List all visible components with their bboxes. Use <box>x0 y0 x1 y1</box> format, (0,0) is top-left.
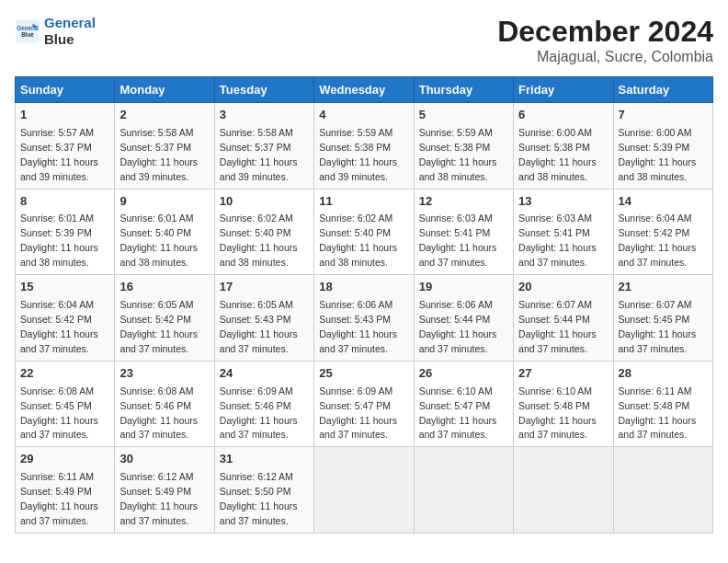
calendar-header-row: SundayMondayTuesdayWednesdayThursdayFrid… <box>16 77 713 103</box>
week-row-3: 15Sunrise: 6:04 AMSunset: 5:42 PMDayligh… <box>16 275 713 362</box>
calendar-cell: 6Sunrise: 6:00 AMSunset: 5:38 PMDaylight… <box>514 103 613 190</box>
calendar-cell: 22Sunrise: 6:08 AMSunset: 5:45 PMDayligh… <box>16 361 115 447</box>
logo: General Blue General Blue <box>15 15 96 48</box>
day-detail: Sunrise: 6:03 AMSunset: 5:41 PMDaylight:… <box>518 213 597 268</box>
logo-icon: General Blue <box>15 18 40 44</box>
svg-text:Blue: Blue <box>21 31 34 38</box>
calendar-cell: 24Sunrise: 6:09 AMSunset: 5:46 PMDayligh… <box>214 361 313 447</box>
header-friday: Friday <box>514 77 613 103</box>
calendar-subtitle: Majagual, Sucre, Colombia <box>497 49 713 65</box>
day-number: 13 <box>518 193 608 211</box>
day-number: 19 <box>419 279 508 296</box>
calendar-body: 1Sunrise: 5:57 AMSunset: 5:37 PMDaylight… <box>16 103 713 534</box>
calendar-cell: 29Sunrise: 6:11 AMSunset: 5:49 PMDayligh… <box>16 447 115 534</box>
day-number: 11 <box>319 193 408 211</box>
day-detail: Sunrise: 6:09 AMSunset: 5:46 PMDaylight:… <box>220 385 298 441</box>
calendar-cell: 26Sunrise: 6:10 AMSunset: 5:47 PMDayligh… <box>414 361 513 447</box>
day-detail: Sunrise: 6:12 AMSunset: 5:50 PMDaylight:… <box>220 471 298 526</box>
week-row-1: 1Sunrise: 5:57 AMSunset: 5:37 PMDaylight… <box>16 103 713 190</box>
day-number: 5 <box>419 107 508 124</box>
day-detail: Sunrise: 6:04 AMSunset: 5:42 PMDaylight:… <box>619 213 697 268</box>
day-detail: Sunrise: 6:05 AMSunset: 5:43 PMDaylight:… <box>220 299 298 354</box>
day-detail: Sunrise: 6:01 AMSunset: 5:39 PMDaylight:… <box>20 213 98 268</box>
calendar-cell: 9Sunrise: 6:01 AMSunset: 5:40 PMDaylight… <box>115 189 214 275</box>
day-detail: Sunrise: 6:12 AMSunset: 5:49 PMDaylight:… <box>119 471 198 526</box>
calendar-cell: 20Sunrise: 6:07 AMSunset: 5:44 PMDayligh… <box>514 275 613 362</box>
calendar-cell: 10Sunrise: 6:02 AMSunset: 5:40 PMDayligh… <box>214 189 313 275</box>
day-number: 2 <box>119 107 209 124</box>
day-detail: Sunrise: 6:08 AMSunset: 5:45 PMDaylight:… <box>20 385 98 441</box>
calendar-cell: 14Sunrise: 6:04 AMSunset: 5:42 PMDayligh… <box>613 189 712 275</box>
week-row-5: 29Sunrise: 6:11 AMSunset: 5:49 PMDayligh… <box>16 447 713 534</box>
day-detail: Sunrise: 5:58 AMSunset: 5:37 PMDaylight:… <box>119 127 198 182</box>
day-detail: Sunrise: 6:04 AMSunset: 5:42 PMDaylight:… <box>20 299 98 354</box>
day-number: 22 <box>20 365 109 383</box>
svg-text:General: General <box>17 25 39 31</box>
day-detail: Sunrise: 6:06 AMSunset: 5:44 PMDaylight:… <box>419 299 497 354</box>
logo-line2: Blue <box>44 31 96 48</box>
day-number: 28 <box>619 365 708 383</box>
day-detail: Sunrise: 6:10 AMSunset: 5:47 PMDaylight:… <box>419 385 497 441</box>
page-header: General Blue General Blue December 2024 … <box>15 15 713 65</box>
calendar-cell: 17Sunrise: 6:05 AMSunset: 5:43 PMDayligh… <box>214 275 313 362</box>
day-detail: Sunrise: 6:06 AMSunset: 5:43 PMDaylight:… <box>319 299 397 354</box>
calendar-cell: 8Sunrise: 6:01 AMSunset: 5:39 PMDaylight… <box>16 189 115 275</box>
day-detail: Sunrise: 6:01 AMSunset: 5:40 PMDaylight:… <box>119 213 198 268</box>
calendar-title: December 2024 <box>497 15 713 49</box>
calendar-cell <box>414 447 513 534</box>
calendar-cell: 28Sunrise: 6:11 AMSunset: 5:48 PMDayligh… <box>613 361 712 447</box>
day-detail: Sunrise: 6:07 AMSunset: 5:45 PMDaylight:… <box>619 299 697 354</box>
calendar-cell <box>514 447 613 534</box>
day-number: 21 <box>619 279 708 296</box>
day-number: 12 <box>419 193 508 211</box>
day-number: 17 <box>220 279 309 296</box>
day-detail: Sunrise: 6:11 AMSunset: 5:49 PMDaylight:… <box>20 471 98 526</box>
calendar-cell: 13Sunrise: 6:03 AMSunset: 5:41 PMDayligh… <box>514 189 613 275</box>
header-thursday: Thursday <box>414 77 513 103</box>
day-detail: Sunrise: 6:11 AMSunset: 5:48 PMDaylight:… <box>619 385 697 441</box>
calendar-cell: 23Sunrise: 6:08 AMSunset: 5:46 PMDayligh… <box>115 361 214 447</box>
day-detail: Sunrise: 6:02 AMSunset: 5:40 PMDaylight:… <box>220 213 298 268</box>
calendar-cell: 27Sunrise: 6:10 AMSunset: 5:48 PMDayligh… <box>514 361 613 447</box>
calendar-cell: 18Sunrise: 6:06 AMSunset: 5:43 PMDayligh… <box>314 275 414 362</box>
week-row-2: 8Sunrise: 6:01 AMSunset: 5:39 PMDaylight… <box>16 189 713 275</box>
calendar-cell: 16Sunrise: 6:05 AMSunset: 5:42 PMDayligh… <box>115 275 214 362</box>
day-number: 16 <box>119 279 209 296</box>
day-number: 20 <box>518 279 608 296</box>
calendar-cell <box>314 447 414 534</box>
day-number: 9 <box>119 193 209 211</box>
calendar-cell: 3Sunrise: 5:58 AMSunset: 5:37 PMDaylight… <box>214 103 313 190</box>
day-number: 26 <box>419 365 508 383</box>
day-detail: Sunrise: 6:05 AMSunset: 5:42 PMDaylight:… <box>119 299 198 354</box>
calendar-cell <box>613 447 712 534</box>
header-wednesday: Wednesday <box>314 77 414 103</box>
day-number: 14 <box>619 193 708 211</box>
day-number: 8 <box>20 193 109 211</box>
day-number: 7 <box>619 107 708 124</box>
calendar-cell: 15Sunrise: 6:04 AMSunset: 5:42 PMDayligh… <box>16 275 115 362</box>
day-detail: Sunrise: 6:03 AMSunset: 5:41 PMDaylight:… <box>419 213 497 268</box>
day-detail: Sunrise: 5:57 AMSunset: 5:37 PMDaylight:… <box>20 127 98 182</box>
day-number: 25 <box>319 365 408 383</box>
day-detail: Sunrise: 6:00 AMSunset: 5:39 PMDaylight:… <box>619 127 697 182</box>
day-detail: Sunrise: 6:09 AMSunset: 5:47 PMDaylight:… <box>319 385 397 441</box>
calendar-cell: 31Sunrise: 6:12 AMSunset: 5:50 PMDayligh… <box>214 447 313 534</box>
day-number: 1 <box>20 107 109 124</box>
day-detail: Sunrise: 6:10 AMSunset: 5:48 PMDaylight:… <box>518 385 597 441</box>
calendar-cell: 5Sunrise: 5:59 AMSunset: 5:38 PMDaylight… <box>414 103 513 190</box>
day-number: 10 <box>220 193 309 211</box>
calendar-cell: 12Sunrise: 6:03 AMSunset: 5:41 PMDayligh… <box>414 189 513 275</box>
calendar-cell: 7Sunrise: 6:00 AMSunset: 5:39 PMDaylight… <box>613 103 712 190</box>
header-saturday: Saturday <box>613 77 712 103</box>
calendar-cell: 30Sunrise: 6:12 AMSunset: 5:49 PMDayligh… <box>115 447 214 534</box>
day-number: 23 <box>119 365 209 383</box>
title-block: December 2024 Majagual, Sucre, Colombia <box>497 15 713 65</box>
day-detail: Sunrise: 5:58 AMSunset: 5:37 PMDaylight:… <box>220 127 298 182</box>
calendar-cell: 25Sunrise: 6:09 AMSunset: 5:47 PMDayligh… <box>314 361 414 447</box>
day-number: 29 <box>20 451 109 468</box>
day-detail: Sunrise: 6:08 AMSunset: 5:46 PMDaylight:… <box>119 385 198 441</box>
week-row-4: 22Sunrise: 6:08 AMSunset: 5:45 PMDayligh… <box>16 361 713 447</box>
day-number: 30 <box>119 451 209 468</box>
day-number: 31 <box>220 451 309 468</box>
day-detail: Sunrise: 6:02 AMSunset: 5:40 PMDaylight:… <box>319 213 397 268</box>
